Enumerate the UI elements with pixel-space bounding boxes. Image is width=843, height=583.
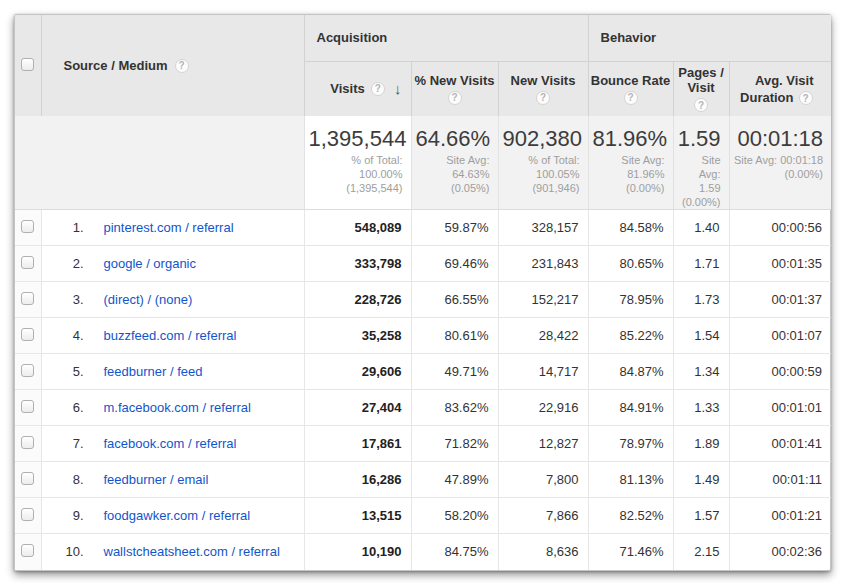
help-icon[interactable]: ? — [799, 91, 813, 105]
column-header-visits[interactable]: Visits ? ↓ — [304, 61, 411, 116]
source-medium-link[interactable]: buzzfeed.com / referral — [104, 328, 237, 343]
summary-pct-new-visits: 64.66% Site Avg: 64.63% (0.05%) — [411, 116, 498, 210]
summary-pages-per-visit: 1.59 Site Avg: 1.59 (0.00%) — [673, 116, 729, 210]
table-row: 2. google / organic 333,798 69.46% 231,8… — [15, 246, 831, 282]
pages-per-visit-cell: 1.89 — [673, 426, 729, 462]
source-medium-cell: 4. buzzfeed.com / referral — [41, 318, 304, 354]
new-visits-cell: 12,827 — [498, 426, 588, 462]
pages-per-visit-cell: 1.34 — [673, 354, 729, 390]
source-medium-link[interactable]: foodgawker.com / referral — [104, 508, 251, 523]
source-medium-link[interactable]: pinterest.com / referral — [104, 220, 234, 235]
select-all-checkbox-cell — [15, 15, 41, 116]
row-checkbox[interactable] — [21, 328, 34, 341]
pct-new-visits-cell: 69.46% — [411, 246, 498, 282]
table-row: 10. wallstcheatsheet.com / referral 10,1… — [15, 534, 831, 570]
source-medium-cell: 8. feedburner / email — [41, 462, 304, 498]
source-medium-link[interactable]: google / organic — [104, 256, 197, 271]
group-header-row: Source / Medium ? Acquisition Behavior — [15, 15, 831, 61]
summary-pages-per-visit-note: Site Avg: 1.59 (0.00%) — [678, 153, 721, 209]
row-checkbox[interactable] — [21, 544, 34, 557]
help-icon[interactable]: ? — [371, 82, 385, 96]
column-header-avg-visit-duration[interactable]: Avg. Visit Duration? — [729, 61, 831, 116]
source-medium-cell: 9. foodgawker.com / referral — [41, 498, 304, 534]
row-checkbox[interactable] — [21, 256, 34, 269]
row-checkbox[interactable] — [21, 400, 34, 413]
help-icon[interactable]: ? — [694, 98, 708, 112]
summary-pages-per-visit-value: 1.59 — [678, 126, 721, 152]
table-row: 3. (direct) / (none) 228,726 66.55% 152,… — [15, 282, 831, 318]
help-icon[interactable]: ? — [175, 59, 189, 73]
pct-new-visits-cell: 58.20% — [411, 498, 498, 534]
visits-cell: 548,089 — [304, 210, 411, 246]
summary-avg-visit-duration-note: Site Avg: 00:01:18 (0.00%) — [734, 153, 824, 181]
bounce-rate-cell: 84.58% — [588, 210, 673, 246]
row-checkbox[interactable] — [21, 472, 34, 485]
source-medium-link[interactable]: (direct) / (none) — [104, 292, 193, 307]
select-all-checkbox[interactable] — [21, 58, 34, 71]
source-medium-link[interactable]: feedburner / feed — [104, 364, 203, 379]
column-header-new-visits[interactable]: New Visits ? — [498, 61, 588, 116]
row-checkbox-cell — [15, 318, 41, 354]
help-icon[interactable]: ? — [448, 91, 462, 105]
row-checkbox[interactable] — [21, 436, 34, 449]
source-medium-cell: 10. wallstcheatsheet.com / referral — [41, 534, 304, 570]
summary-pct-new-visits-value: 64.66% — [416, 126, 490, 152]
bounce-rate-cell: 78.97% — [588, 426, 673, 462]
source-medium-link[interactable]: wallstcheatsheet.com / referral — [104, 544, 280, 559]
row-checkbox[interactable] — [21, 292, 34, 305]
row-checkbox[interactable] — [21, 220, 34, 233]
row-checkbox-cell — [15, 390, 41, 426]
new-visits-label: New Visits — [511, 73, 576, 88]
new-visits-cell: 28,422 — [498, 318, 588, 354]
bounce-rate-label: Bounce Rate — [591, 73, 670, 88]
row-checkbox-cell — [15, 210, 41, 246]
row-checkbox[interactable] — [21, 364, 34, 377]
pages-per-visit-cell: 1.54 — [673, 318, 729, 354]
row-number: 10. — [42, 544, 84, 559]
bounce-rate-cell: 80.65% — [588, 246, 673, 282]
row-checkbox-cell — [15, 426, 41, 462]
visits-cell: 333,798 — [304, 246, 411, 282]
summary-bounce-rate-value: 81.96% — [593, 126, 665, 152]
column-header-bounce-rate[interactable]: Bounce Rate ? — [588, 61, 673, 116]
bounce-rate-cell: 82.52% — [588, 498, 673, 534]
row-number: 8. — [42, 472, 84, 487]
pages-per-visit-cell: 1.57 — [673, 498, 729, 534]
summary-new-visits-value: 902,380 — [503, 126, 580, 152]
help-icon[interactable]: ? — [624, 91, 638, 105]
new-visits-cell: 8,636 — [498, 534, 588, 570]
visits-cell: 13,515 — [304, 498, 411, 534]
source-medium-link[interactable]: facebook.com / referral — [104, 436, 237, 451]
column-header-pct-new-visits[interactable]: % New Visits ? — [411, 61, 498, 116]
visits-cell: 10,190 — [304, 534, 411, 570]
row-number: 1. — [42, 220, 84, 235]
summary-pct-new-visits-note: Site Avg: 64.63% (0.05%) — [416, 153, 490, 195]
pages-per-visit-cell: 1.49 — [673, 462, 729, 498]
bounce-rate-cell: 85.22% — [588, 318, 673, 354]
avg-visit-duration-cell: 00:02:36 — [729, 534, 831, 570]
summary-source-spacer — [41, 116, 304, 210]
bounce-rate-cell: 84.87% — [588, 354, 673, 390]
column-header-source-medium[interactable]: Source / Medium ? — [41, 15, 304, 116]
summary-visits-note: % of Total: 100.00% (1,395,544) — [309, 153, 403, 195]
summary-visits-value: 1,395,544 — [309, 126, 403, 152]
row-checkbox[interactable] — [21, 508, 34, 521]
help-icon[interactable]: ? — [536, 91, 550, 105]
pages-per-visit-label: Pages / Visit — [674, 65, 729, 95]
source-medium-link[interactable]: m.facebook.com / referral — [104, 400, 251, 415]
group-header-acquisition: Acquisition — [304, 15, 588, 61]
pages-per-visit-cell: 1.73 — [673, 282, 729, 318]
visits-cell: 27,404 — [304, 390, 411, 426]
visits-label: Visits — [330, 81, 364, 96]
row-number: 4. — [42, 328, 84, 343]
pct-new-visits-cell: 66.55% — [411, 282, 498, 318]
table-row: 7. facebook.com / referral 17,861 71.82%… — [15, 426, 831, 462]
column-header-pages-per-visit[interactable]: Pages / Visit ? — [673, 61, 729, 116]
source-medium-cell: 7. facebook.com / referral — [41, 426, 304, 462]
avg-visit-duration-cell: 00:01:37 — [729, 282, 831, 318]
pages-per-visit-cell: 1.40 — [673, 210, 729, 246]
sort-descending-icon[interactable]: ↓ — [394, 80, 402, 97]
row-number: 6. — [42, 400, 84, 415]
visits-cell: 17,861 — [304, 426, 411, 462]
source-medium-link[interactable]: feedburner / email — [104, 472, 209, 487]
